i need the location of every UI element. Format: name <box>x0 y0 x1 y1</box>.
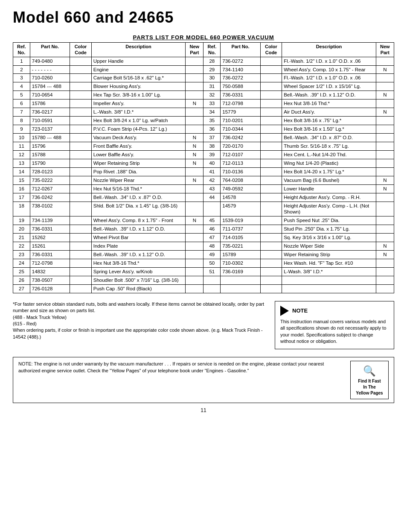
arrow-icon <box>280 306 289 316</box>
left-color <box>70 125 91 134</box>
left-part: 15780 --- 488 <box>30 134 70 142</box>
right-desc: Hex Wash. Hd. "F" Tap Scr. #10 <box>282 259 376 268</box>
table-row: 22 15261 Index Plate 48 735-0221 Nozzle … <box>13 242 394 251</box>
left-new: N <box>186 159 204 167</box>
left-desc: Vacuum Deck Ass'y. <box>91 134 185 142</box>
left-ref: 24 <box>13 259 30 268</box>
right-desc: Bell.-Wash. .34" I.D. x .87" O.D. <box>282 134 376 142</box>
right-new <box>376 57 394 65</box>
bottom-note-section: NOTE: The engine is not under warranty b… <box>13 357 394 403</box>
right-color <box>260 176 282 184</box>
right-part: 15779 <box>221 108 261 117</box>
left-color <box>70 225 91 234</box>
table-row: 19 734-1139 Wheel Ass'y. Comp. 8 x 1.75"… <box>13 216 394 225</box>
right-part: 712-0107 <box>221 150 261 159</box>
right-part <box>221 284 261 293</box>
left-part: 710-0654 <box>30 91 70 99</box>
right-ref: 35 <box>204 117 221 125</box>
header-description2: Description <box>282 43 376 57</box>
right-desc <box>282 284 376 293</box>
right-desc: Wiper Retaining Strip <box>282 251 376 259</box>
right-ref: 44 <box>204 193 221 202</box>
left-desc: Shld. Bolt 1/2" Dia. x 1.45" Lg. (3/8-16… <box>91 202 185 216</box>
right-part: 736-0272 <box>221 74 261 82</box>
right-ref: 37 <box>204 134 221 142</box>
table-row: 20 736-0331 Bell.-Wash. .39" I.D. x 1.12… <box>13 225 394 234</box>
right-color <box>260 142 282 150</box>
left-color <box>70 150 91 159</box>
right-part: 736-0242 <box>221 134 261 142</box>
right-part: 720-0170 <box>221 142 261 150</box>
left-part: 15784 --- 488 <box>30 82 70 91</box>
left-part: 15790 <box>30 159 70 167</box>
right-part: 764-0208 <box>221 176 261 184</box>
right-desc: Lower Handle <box>282 184 376 193</box>
right-new: N <box>376 108 394 117</box>
right-new <box>376 134 394 142</box>
right-color <box>260 193 282 202</box>
left-new <box>186 268 204 276</box>
left-new <box>186 82 204 91</box>
left-desc: Lower Baffle Ass'y. <box>91 150 185 159</box>
left-color <box>70 159 91 167</box>
right-ref: 46 <box>204 225 221 234</box>
left-color <box>70 216 91 225</box>
left-part: 726-0128 <box>30 284 70 293</box>
table-row: 13 15790 Wiper Retaining Strip N 40 712-… <box>13 159 394 167</box>
left-desc: Front Baffle Ass'y. <box>91 142 185 150</box>
table-row: 7 736-0217 L.-Wash. 3/8" I.D.* 34 15779 … <box>13 108 394 117</box>
right-desc: Wheel Spacer 1/2" I.D. x 15/16" Lg. <box>282 82 376 91</box>
right-desc: L-Wash. 3/8" I.D.* <box>282 268 376 276</box>
table-row: 9 723-0137 P.V.C. Foam Strip (4-Pcs. 12"… <box>13 125 394 134</box>
left-part: 14832 <box>30 268 70 276</box>
left-new <box>186 184 204 193</box>
right-ref: 29 <box>204 65 221 74</box>
right-color <box>260 82 282 91</box>
right-ref: 51 <box>204 268 221 276</box>
left-desc: Nozzle Wiper Rear <box>91 176 185 184</box>
note-header: NOTE <box>280 306 389 316</box>
right-color <box>260 259 282 268</box>
left-color <box>70 242 91 251</box>
page-title: Model 660 and 24665 <box>13 9 394 26</box>
right-desc: Bell.-Wash. .39" I.D. x 1.12" O.D. <box>282 91 376 99</box>
table-row: 10 15780 --- 488 Vacuum Deck Ass'y. N 37… <box>13 134 394 142</box>
right-ref: 50 <box>204 259 221 268</box>
right-desc: Wheel Ass'y. Comp. 10 x 1.75" - Rear <box>282 65 376 74</box>
header-ref-no: Ref.No. <box>13 43 30 57</box>
right-ref: 45 <box>204 216 221 225</box>
right-color <box>260 159 282 167</box>
table-row: 16 712-0267 Hex Nut 5/16-18 Thd.* 43 749… <box>13 184 394 193</box>
left-new: N <box>186 134 204 142</box>
left-new <box>186 167 204 176</box>
left-new <box>186 259 204 268</box>
left-desc: L.-Wash. 3/8" I.D.* <box>91 108 185 117</box>
header-ref-no2: Ref. No. <box>204 43 221 57</box>
left-color <box>70 65 91 74</box>
right-color <box>260 108 282 117</box>
left-color <box>70 82 91 91</box>
right-desc: Hex Nut 3/8-16 Thd.* <box>282 99 376 108</box>
right-desc: Sq. Key 3/16 x 3/16 x 1.00" Lg. <box>282 234 376 242</box>
left-desc: Spring Lever Ass'y. w/Knob <box>91 268 185 276</box>
left-new <box>186 234 204 242</box>
left-desc: Hex Bolt 3/8-24 x 1.0" Lg. w/Patch <box>91 117 185 125</box>
left-color <box>70 91 91 99</box>
header-description: Description <box>91 43 185 57</box>
left-desc: Wheel Ass'y. Comp. 8 x 1.75" - Front <box>91 216 185 225</box>
left-part: 15786 <box>30 99 70 108</box>
left-ref: 16 <box>13 184 30 193</box>
left-new <box>186 65 204 74</box>
left-color <box>70 117 91 125</box>
left-color <box>70 108 91 117</box>
footer-left: *For faster service obtain standard nuts… <box>13 301 266 350</box>
bottom-note-text: NOTE: The engine is not under warranty b… <box>18 361 343 374</box>
left-desc: Wheel Pivot Bar <box>91 234 185 242</box>
note-text: This instruction manual covers various m… <box>280 319 389 345</box>
right-color <box>260 65 282 74</box>
left-part: 738-0102 <box>30 202 70 216</box>
right-new <box>376 276 394 284</box>
right-part <box>221 276 261 284</box>
header-new-part: NewPart <box>186 43 204 57</box>
right-ref: 41 <box>204 167 221 176</box>
